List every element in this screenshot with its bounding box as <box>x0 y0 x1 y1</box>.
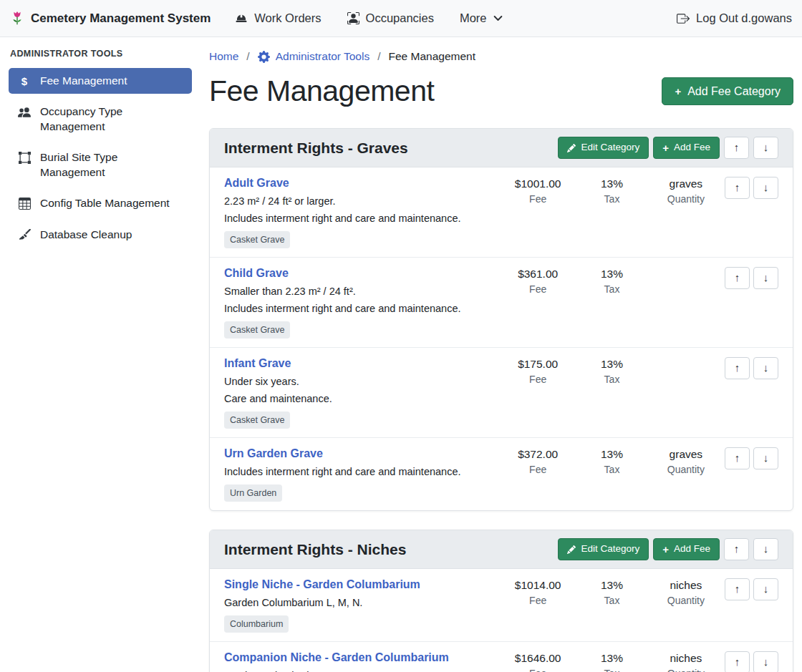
fee-row: Child Grave Smaller than 2.23 m² / 24 ft… <box>210 258 793 348</box>
move-fee-down-button[interactable]: ↓ <box>753 357 778 379</box>
tax-label: Tax <box>576 374 647 385</box>
move-category-up-button[interactable]: ↑ <box>724 137 749 159</box>
fee-row-actions: ↑ ↓ <box>725 651 778 672</box>
move-fee-down-button[interactable]: ↓ <box>753 578 778 600</box>
quantity-label: Quantity <box>647 668 725 672</box>
fee-row-actions: ↑ ↓ <box>725 357 778 379</box>
nav-more[interactable]: More <box>460 11 503 25</box>
tax-label: Tax <box>576 668 647 672</box>
vector-square-icon <box>17 152 32 164</box>
fee-name[interactable]: Companion Niche - Garden Columbarium <box>224 651 449 664</box>
plus-icon: + <box>662 142 669 153</box>
nav-occupancies[interactable]: Occupancies <box>347 11 434 25</box>
logout-link[interactable]: Log Out d.gowans <box>677 11 792 25</box>
category-title: Interment Rights - Niches <box>224 541 406 558</box>
table-icon <box>17 198 32 210</box>
fee-amount-cell: $1001.00 Fee <box>499 177 576 205</box>
hard-hat-icon <box>235 12 248 25</box>
move-fee-up-button[interactable]: ↑ <box>725 447 750 469</box>
breadcrumb-separator: / <box>246 50 249 63</box>
pencil-icon <box>567 144 576 152</box>
app-title: Cemetery Management System <box>31 11 211 26</box>
fee-amount-label: Fee <box>499 193 576 205</box>
quantity-cell: niches Quantity <box>647 578 725 606</box>
move-category-down-button[interactable]: ↓ <box>753 137 778 159</box>
fee-quantity: graves <box>647 177 725 190</box>
sidebar-item-database-cleanup[interactable]: Database Cleanup <box>9 222 192 248</box>
fee-desc-2: Includes interment right and care and ma… <box>224 213 492 224</box>
add-fee-category-button[interactable]: + Add Fee Category <box>662 77 793 106</box>
fee-desc-1: Includes interment right and care and ma… <box>224 466 492 477</box>
fee-name[interactable]: Infant Grave <box>224 357 291 370</box>
sidebar-item-burial-site-type-management[interactable]: Burial Site Type Management <box>9 145 192 185</box>
fee-list: Single Niche - Garden Columbarium Garden… <box>210 569 793 672</box>
breadcrumb-home-link[interactable]: Home <box>209 50 238 63</box>
app-brand[interactable]: Cemetery Management System <box>10 11 211 26</box>
quantity-label: Quantity <box>647 464 725 475</box>
fee-row-actions: ↑ ↓ <box>725 267 778 289</box>
fee-row: Infant Grave Under six years. Care and m… <box>210 348 793 438</box>
quantity-label: Quantity <box>647 595 725 606</box>
sidebar-item-fee-management[interactable]: $ Fee Management <box>9 68 192 94</box>
edit-category-button[interactable]: Edit Category <box>558 538 649 560</box>
move-fee-up-button[interactable]: ↑ <box>725 651 750 672</box>
edit-category-button[interactable]: Edit Category <box>558 137 649 159</box>
move-fee-up-button[interactable]: ↑ <box>725 357 750 379</box>
add-fee-button[interactable]: + Add Fee <box>653 538 720 560</box>
move-category-down-button[interactable]: ↓ <box>753 538 778 560</box>
fee-amount-cell: $1646.00 Fee <box>499 651 576 672</box>
tax-cell: 13% Tax <box>576 177 647 205</box>
fee-row: Companion Niche - Garden Columbarium Gar… <box>210 642 793 672</box>
move-fee-up-button[interactable]: ↑ <box>725 578 750 600</box>
fee-name[interactable]: Single Niche - Garden Columbarium <box>224 578 420 591</box>
fee-details: Child Grave Smaller than 2.23 m² / 24 ft… <box>224 267 499 339</box>
fee-amount: $1001.00 <box>499 177 576 190</box>
fee-tax: 13% <box>576 652 647 665</box>
breadcrumb: Home / Administrator Tools / Fee Managem… <box>209 50 793 63</box>
tax-cell: 13% Tax <box>576 447 647 475</box>
tax-cell: 13% Tax <box>576 267 647 295</box>
quantity-label: Quantity <box>647 193 725 205</box>
fee-name[interactable]: Urn Garden Grave <box>224 447 323 460</box>
sidebar-item-occupancy-type-management[interactable]: Occupancy Type Management <box>9 99 192 140</box>
plus-icon: + <box>675 86 681 97</box>
fee-amount: $361.00 <box>499 268 576 281</box>
fee-amount-label: Fee <box>499 464 576 475</box>
fee-amount-label: Fee <box>499 374 576 385</box>
fee-badge: Casket Grave <box>224 412 290 429</box>
tax-cell: 13% Tax <box>576 357 647 385</box>
move-fee-down-button[interactable]: ↓ <box>753 651 778 672</box>
move-fee-down-button[interactable]: ↓ <box>753 447 778 469</box>
chevron-down-icon <box>493 14 503 23</box>
add-fee-button[interactable]: + Add Fee <box>653 137 720 159</box>
breadcrumb-current: Fee Management <box>389 50 476 63</box>
tax-cell: 13% Tax <box>576 651 647 672</box>
gear-icon <box>258 51 270 63</box>
fee-tax: 13% <box>576 579 647 592</box>
fee-name[interactable]: Adult Grave <box>224 177 289 190</box>
fee-details: Adult Grave 2.23 m² / 24 ft² or larger. … <box>224 177 499 248</box>
plus-icon: + <box>662 544 669 555</box>
fee-name[interactable]: Child Grave <box>224 267 289 280</box>
fee-details: Companion Niche - Garden Columbarium Gar… <box>224 651 499 672</box>
nav-work-orders[interactable]: Work Orders <box>235 11 321 25</box>
fee-row: Single Niche - Garden Columbarium Garden… <box>210 569 793 642</box>
top-navbar: Cemetery Management System Work Orders O… <box>0 0 802 37</box>
move-category-up-button[interactable]: ↑ <box>724 538 749 560</box>
fee-amount: $1014.00 <box>499 579 576 592</box>
move-fee-down-button[interactable]: ↓ <box>753 177 778 199</box>
tax-label: Tax <box>576 283 647 295</box>
category-header: Interment Rights - Graves Edit Category … <box>210 129 793 167</box>
fee-amount-label: Fee <box>499 283 576 295</box>
tax-label: Tax <box>576 193 647 205</box>
breadcrumb-admin-tools-link[interactable]: Administrator Tools <box>258 50 370 63</box>
sidebar-item-config-table-management[interactable]: Config Table Management <box>9 190 192 216</box>
fee-quantity: niches <box>647 579 725 592</box>
move-fee-up-button[interactable]: ↑ <box>725 267 750 289</box>
move-fee-up-button[interactable]: ↑ <box>725 177 750 199</box>
fee-amount: $372.00 <box>499 448 576 461</box>
category-header: Interment Rights - Niches Edit Category … <box>210 530 793 569</box>
move-fee-down-button[interactable]: ↓ <box>753 267 778 289</box>
fee-desc-1: Smaller than 2.23 m² / 24 ft². <box>224 286 492 297</box>
fee-amount-label: Fee <box>499 595 576 606</box>
